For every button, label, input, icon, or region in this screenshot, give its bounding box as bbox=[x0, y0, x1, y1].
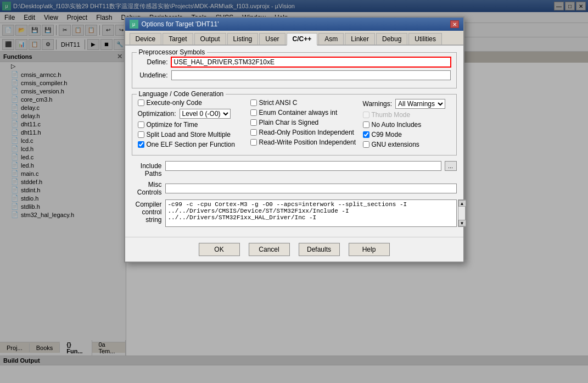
c99-mode-row: C99 Mode bbox=[363, 131, 451, 138]
compiler-scrollbar: ▲ ▼ bbox=[458, 199, 466, 227]
thumb-mode-label: Thumb Mode bbox=[372, 111, 411, 119]
split-load-label: Split Load and Store Multiple bbox=[147, 131, 231, 138]
undefine-row: Undefine: bbox=[138, 70, 451, 80]
read-write-label: Read-Write Position Independent bbox=[259, 138, 356, 146]
no-auto-includes-checkbox[interactable] bbox=[363, 121, 369, 128]
optimize-time-checkbox[interactable] bbox=[138, 121, 144, 128]
dialog-title-text: Options for Target 'DHT11' bbox=[142, 20, 219, 28]
language-group-title: Language / Code Generation bbox=[137, 90, 226, 98]
strict-ansi-row: Strict ANSI C bbox=[250, 99, 356, 107]
split-load-row: Split Load and Store Multiple bbox=[138, 131, 244, 138]
include-paths-label: IncludePaths bbox=[132, 161, 162, 177]
gnu-ext-label: GNU extensions bbox=[372, 141, 419, 148]
define-label: Define: bbox=[138, 58, 168, 66]
dialog-close-button[interactable]: ✕ bbox=[450, 20, 459, 28]
preprocessor-group-title: Preprocessor Symbols bbox=[137, 48, 208, 56]
read-write-row: Read-Write Position Independent bbox=[250, 138, 356, 146]
plain-char-label: Plain Char is Signed bbox=[259, 119, 319, 126]
gnu-ext-checkbox[interactable] bbox=[363, 141, 369, 148]
one-elf-row: One ELF Section per Function bbox=[138, 141, 244, 148]
no-auto-includes-row: No Auto Includes bbox=[363, 121, 451, 129]
tab-device[interactable]: Device bbox=[130, 33, 162, 45]
scroll-up-btn[interactable]: ▲ bbox=[458, 200, 466, 207]
enum-container-row: Enum Container always int bbox=[250, 109, 356, 116]
plain-char-checkbox[interactable] bbox=[250, 119, 257, 126]
defaults-button[interactable]: Defaults bbox=[299, 243, 340, 256]
ok-button[interactable]: OK bbox=[199, 243, 240, 256]
dialog-buttons: OK Cancel Defaults Help bbox=[125, 237, 463, 262]
include-paths-input[interactable]: ..\..\Drivers\CMSIS\Device\ST\STM32F1xx\… bbox=[165, 161, 441, 171]
tab-cpp[interactable]: C/C++ bbox=[287, 33, 318, 46]
include-paths-row: IncludePaths ..\..\Drivers\CMSIS\Device\… bbox=[132, 161, 457, 177]
tab-user[interactable]: User bbox=[259, 33, 285, 45]
preprocessor-group: Preprocessor Symbols Define: Undefine: bbox=[132, 52, 457, 88]
tab-utilities[interactable]: Utilities bbox=[408, 33, 442, 45]
tab-linker[interactable]: Linker bbox=[345, 33, 375, 45]
warnings-row: Warnings: All Warnings No Warnings bbox=[363, 99, 451, 109]
tab-target[interactable]: Target bbox=[163, 33, 193, 45]
misc-controls-input[interactable] bbox=[165, 184, 457, 193]
modal-overlay: μ Options for Target 'DHT11' ✕ Device Ta… bbox=[0, 0, 588, 383]
misc-controls-row: MiscControls bbox=[132, 181, 457, 196]
define-row: Define: bbox=[138, 57, 451, 67]
optimize-time-row: Optimize for Time bbox=[138, 121, 244, 129]
read-only-row: Read-Only Position Independent bbox=[250, 129, 356, 136]
optimization-select[interactable]: Level 0 (-O0) Level 1 (-O1) Level 2 (-O2… bbox=[180, 109, 231, 119]
define-input[interactable] bbox=[171, 57, 451, 67]
dialog-content: Preprocessor Symbols Define: Undefine: L… bbox=[125, 46, 463, 237]
c99-mode-checkbox[interactable] bbox=[363, 131, 369, 138]
thumb-mode-row: Thumb Mode bbox=[363, 111, 451, 119]
compiler-control-row: Compilercontrolstring -c99 -c -cpu Corte… bbox=[132, 199, 457, 227]
cancel-button[interactable]: Cancel bbox=[249, 243, 290, 256]
dialog-title-bar: μ Options for Target 'DHT11' ✕ bbox=[125, 18, 463, 31]
split-load-checkbox[interactable] bbox=[138, 131, 144, 138]
misc-controls-label: MiscControls bbox=[132, 181, 162, 196]
gnu-ext-row: GNU extensions bbox=[363, 141, 451, 148]
lang-col-right: Strict ANSI C Enum Container always int … bbox=[250, 99, 356, 151]
include-paths-browse-button[interactable]: ... bbox=[445, 161, 457, 171]
tab-asm[interactable]: Asm bbox=[318, 33, 344, 45]
compiler-control-label: Compilercontrolstring bbox=[132, 199, 162, 224]
lang-col-left: Execute-only Code Optimization: Level 0 … bbox=[138, 99, 244, 151]
c99-mode-label: C99 Mode bbox=[372, 131, 402, 138]
strict-ansi-label: Strict ANSI C bbox=[259, 99, 298, 107]
plain-char-row: Plain Char is Signed bbox=[250, 119, 356, 126]
read-only-label: Read-Only Position Independent bbox=[259, 129, 354, 136]
dialog-title-content: μ Options for Target 'DHT11' bbox=[130, 20, 219, 29]
tab-output[interactable]: Output bbox=[194, 33, 226, 45]
enum-container-label: Enum Container always int bbox=[259, 109, 338, 116]
execute-only-checkbox[interactable] bbox=[138, 99, 144, 106]
lang-col-warnings: Warnings: All Warnings No Warnings Thumb… bbox=[363, 99, 451, 151]
read-write-checkbox[interactable] bbox=[250, 139, 257, 146]
enum-container-checkbox[interactable] bbox=[250, 109, 257, 116]
scroll-down-btn[interactable]: ▼ bbox=[458, 220, 466, 226]
compiler-control-text[interactable]: -c99 -c -cpu Cortex-M3 -g -O0 --apcs=int… bbox=[165, 199, 457, 227]
options-dialog: μ Options for Target 'DHT11' ✕ Device Ta… bbox=[124, 16, 464, 263]
scroll-thumb bbox=[458, 207, 465, 220]
optimize-time-label: Optimize for Time bbox=[147, 121, 198, 129]
tab-listing[interactable]: Listing bbox=[227, 33, 259, 45]
no-auto-includes-label: No Auto Includes bbox=[372, 121, 422, 129]
strict-ansi-checkbox[interactable] bbox=[250, 99, 257, 106]
thumb-mode-checkbox[interactable] bbox=[363, 112, 369, 118]
undefine-input[interactable] bbox=[171, 70, 451, 80]
execute-only-row: Execute-only Code bbox=[138, 99, 244, 107]
tab-debug[interactable]: Debug bbox=[376, 33, 407, 45]
optimization-row: Optimization: Level 0 (-O0) Level 1 (-O1… bbox=[138, 109, 244, 119]
language-two-col: Execute-only Code Optimization: Level 0 … bbox=[138, 99, 451, 151]
optimization-label: Optimization: bbox=[138, 110, 176, 118]
undefine-label: Undefine: bbox=[138, 71, 168, 79]
dialog-icon: μ bbox=[130, 20, 138, 29]
execute-only-label: Execute-only Code bbox=[147, 99, 202, 107]
dialog-tabs: Device Target Output Listing User C/C++ … bbox=[125, 31, 463, 46]
warnings-select[interactable]: All Warnings No Warnings bbox=[395, 99, 445, 109]
warnings-label: Warnings: bbox=[363, 100, 393, 108]
language-group: Language / Code Generation Execute-only … bbox=[132, 94, 457, 156]
compiler-control-area: -c99 -c -cpu Cortex-M3 -g -O0 --apcs=int… bbox=[165, 199, 457, 227]
read-only-checkbox[interactable] bbox=[250, 129, 257, 136]
help-button[interactable]: Help bbox=[349, 243, 390, 256]
one-elf-label: One ELF Section per Function bbox=[147, 141, 235, 148]
one-elf-checkbox[interactable] bbox=[138, 141, 144, 148]
